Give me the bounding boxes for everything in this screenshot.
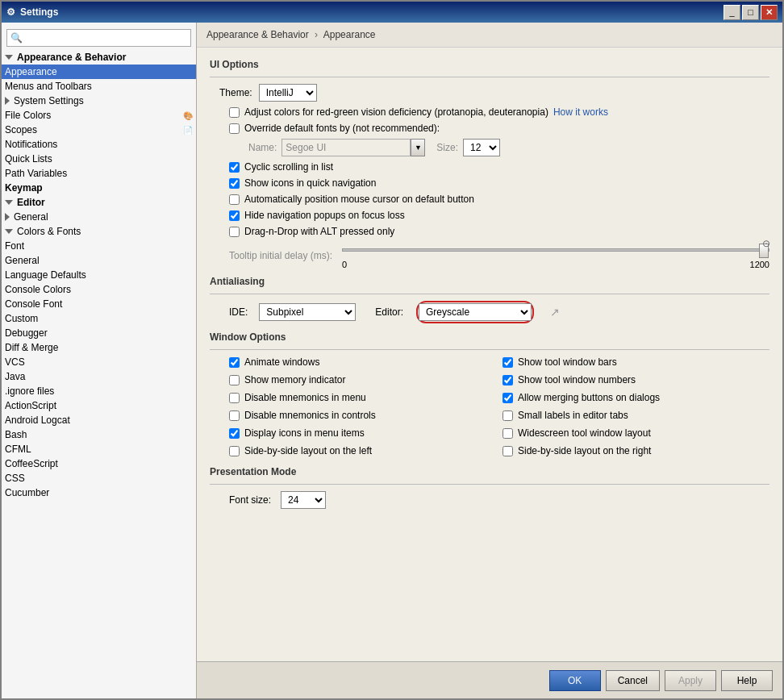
side-by-side-left-row: Side-by-side layout on the left: [229, 445, 496, 456]
sidebar-item-label: Console Font: [5, 298, 62, 310]
widescreen-checkbox[interactable]: [503, 428, 513, 439]
sidebar-item-label: Appearance: [5, 66, 57, 77]
sidebar-item-ignore-files[interactable]: .ignore files: [2, 384, 196, 398]
side-by-side-left-checkbox[interactable]: [229, 446, 240, 456]
override-fonts-checkbox[interactable]: [229, 123, 240, 134]
font-name-dropdown-button[interactable]: ▼: [411, 139, 425, 156]
sidebar-item-label: Scopes: [5, 124, 37, 135]
theme-label: Theme:: [219, 87, 252, 98]
sidebar-item-appearance[interactable]: Appearance: [2, 65, 196, 79]
allow-merging-row: Allow merging buttons on dialogs: [503, 392, 769, 403]
sidebar-item-vcs[interactable]: VCS: [2, 355, 196, 369]
slider-icon: ⊙: [762, 238, 770, 249]
animate-windows-row: Animate windows: [229, 356, 496, 368]
sidebar-item-label: CoffeeScript: [5, 458, 58, 469]
sidebar-item-general[interactable]: General: [2, 210, 196, 224]
disable-mnemonics-controls-checkbox[interactable]: [229, 410, 240, 421]
sidebar-item-menus-toolbars[interactable]: Menus and Toolbars: [2, 79, 196, 94]
ok-button[interactable]: OK: [549, 670, 601, 691]
sidebar-item-general2[interactable]: General: [2, 253, 196, 268]
side-by-side-right-checkbox[interactable]: [503, 446, 513, 456]
sidebar-item-editor[interactable]: Editor: [2, 195, 196, 210]
sidebar-item-label: CSS: [5, 473, 25, 484]
sidebar-item-android-logcat[interactable]: Android Logcat: [2, 413, 196, 427]
maximize-button[interactable]: □: [742, 5, 759, 20]
show-tool-numbers-row: Show tool window numbers: [503, 374, 769, 385]
search-input[interactable]: [23, 33, 187, 43]
ide-antialias-select[interactable]: Subpixel None Greyscale: [259, 303, 356, 321]
apply-button[interactable]: Apply: [665, 670, 716, 691]
help-button[interactable]: Help: [721, 670, 773, 691]
slider-track-wrap: ⊙: [342, 242, 769, 258]
font-size-pres-label: Font size:: [229, 494, 271, 506]
sidebar-item-coffeescript[interactable]: CoffeeScript: [2, 456, 196, 471]
disable-mnemonics-controls-row: Disable mnemonics in controls: [229, 410, 496, 421]
sidebar-item-label: ActionScript: [5, 400, 56, 411]
editor-antialias-highlight: Greyscale None Subpixel: [416, 301, 534, 323]
sidebar-item-debugger[interactable]: Debugger: [2, 326, 196, 340]
sidebar-item-notifications[interactable]: Notifications: [2, 137, 196, 152]
presentation-mode-title: Presentation Mode: [210, 466, 769, 477]
how-it-works-link[interactable]: How it works: [553, 106, 608, 118]
sidebar-item-file-colors[interactable]: File Colors 🎨: [2, 108, 196, 123]
sidebar-item-scopes[interactable]: Scopes 📄: [2, 123, 196, 137]
theme-select[interactable]: IntelliJ Darcula: [259, 84, 317, 102]
show-tool-bars-row: Show tool window bars: [503, 356, 769, 368]
font-name-input[interactable]: [281, 139, 411, 156]
font-size-pres-select[interactable]: 24 16 18 20 22 28 32: [281, 491, 326, 509]
drag-drop-label: Drag-n-Drop with ALT pressed only: [244, 226, 394, 237]
minimize-button[interactable]: _: [724, 5, 740, 20]
sidebar-item-label: Android Logcat: [5, 415, 70, 426]
sidebar-item-custom[interactable]: Custom: [2, 311, 196, 326]
show-tool-bars-checkbox[interactable]: [503, 357, 513, 368]
cursor-indicator: ↗: [550, 306, 560, 319]
content-panel: Appearance & Behavior › Appearance UI Op…: [197, 23, 782, 698]
drag-drop-checkbox[interactable]: [229, 227, 240, 237]
show-tool-numbers-checkbox[interactable]: [503, 375, 513, 385]
sidebar-item-css[interactable]: CSS: [2, 471, 196, 485]
show-icons-checkbox[interactable]: [229, 178, 240, 189]
animate-windows-checkbox[interactable]: [229, 357, 240, 368]
small-labels-checkbox[interactable]: [503, 410, 513, 421]
editor-antialias-select[interactable]: Greyscale None Subpixel: [419, 303, 532, 321]
font-size-select[interactable]: 12 10 11 13 14: [463, 139, 500, 156]
sidebar-item-label: Path Variables: [5, 168, 67, 179]
cyclic-scrolling-label: Cyclic scrolling in list: [244, 161, 333, 173]
sidebar-item-label: File Colors: [5, 110, 51, 121]
sidebar-item-bash[interactable]: Bash: [2, 427, 196, 442]
theme-row: Theme: IntelliJ Darcula: [219, 84, 769, 102]
auto-position-checkbox[interactable]: [229, 194, 240, 205]
cancel-button[interactable]: Cancel: [606, 670, 660, 691]
sidebar-item-keymap[interactable]: Keymap: [2, 181, 196, 195]
sidebar-item-language-defaults[interactable]: Language Defaults: [2, 268, 196, 282]
sidebar-item-cfml[interactable]: CFML: [2, 442, 196, 456]
sidebar-item-java[interactable]: Java: [2, 369, 196, 384]
sidebar-item-console-colors[interactable]: Console Colors: [2, 282, 196, 297]
sidebar-item-cucumber[interactable]: Cucumber: [2, 485, 196, 500]
sidebar-item-diff-merge[interactable]: Diff & Merge: [2, 340, 196, 355]
sidebar-item-label: System Settings: [14, 95, 84, 106]
drag-drop-row: Drag-n-Drop with ALT pressed only: [229, 226, 769, 237]
sidebar-item-quick-lists[interactable]: Quick Lists: [2, 152, 196, 166]
sidebar-item-appearance-behavior[interactable]: Appearance & Behavior: [2, 50, 196, 65]
side-by-side-right-label: Side-by-side layout on the right: [518, 445, 651, 456]
cyclic-scrolling-checkbox[interactable]: [229, 162, 240, 173]
sidebar-item-path-variables[interactable]: Path Variables: [2, 166, 196, 181]
sidebar-item-system-settings[interactable]: System Settings: [2, 94, 196, 108]
override-fonts-row: Override default fonts by (not recommend…: [229, 123, 769, 134]
sidebar-item-colors-fonts[interactable]: Colors & Fonts: [2, 224, 196, 239]
divider-4: [210, 484, 769, 485]
allow-merging-checkbox[interactable]: [503, 393, 513, 403]
show-memory-checkbox[interactable]: [229, 375, 240, 385]
display-icons-checkbox[interactable]: [229, 428, 240, 439]
adjust-colors-checkbox[interactable]: [229, 107, 240, 118]
auto-position-row: Automatically position mouse cursor on d…: [229, 194, 769, 205]
sidebar-item-label: Diff & Merge: [5, 342, 58, 353]
sidebar-item-font[interactable]: Font: [2, 239, 196, 253]
expand-icon: [5, 229, 13, 234]
sidebar-item-console-font[interactable]: Console Font: [2, 297, 196, 311]
close-button[interactable]: ✕: [761, 5, 778, 20]
sidebar-item-actionscript[interactable]: ActionScript: [2, 398, 196, 413]
disable-mnemonics-menu-checkbox[interactable]: [229, 393, 240, 403]
hide-nav-checkbox[interactable]: [229, 210, 240, 221]
